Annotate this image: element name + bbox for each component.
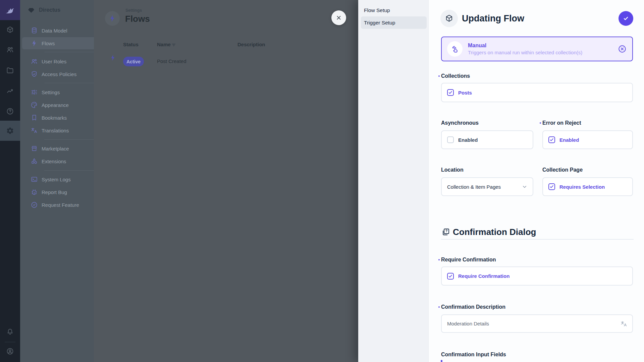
insights-module-button[interactable] — [0, 83, 20, 99]
manual-trigger-card[interactable]: Manual Triggers on manual run within sel… — [441, 37, 633, 61]
database-icon — [31, 27, 38, 34]
column-header-description[interactable]: Description — [237, 42, 265, 47]
column-header-status[interactable]: Status — [123, 42, 139, 47]
posts-checkbox[interactable] — [447, 89, 454, 96]
user-avatar-button[interactable] — [0, 343, 20, 359]
require-confirmation-label: Require Confirmation — [441, 257, 496, 263]
collections-field: Posts — [441, 83, 633, 102]
sidebar-item-label: Request Feature — [42, 202, 79, 208]
avatar-icon — [6, 347, 14, 355]
flows-page: Settings Flows Status Name Description A… — [94, 0, 358, 362]
drawer-close-button[interactable] — [331, 10, 346, 25]
sidebar-item-label: Extensions — [42, 159, 66, 164]
folder-icon — [6, 66, 14, 74]
sidebar-item-label: Flows — [42, 41, 55, 46]
error-on-reject-checkbox[interactable] — [548, 136, 555, 143]
category-icon — [31, 158, 38, 165]
svg-text:?: ? — [445, 229, 447, 233]
settings-module-button[interactable] — [0, 121, 20, 141]
require-confirmation-checkbox-label[interactable]: Require Confirmation — [458, 273, 509, 279]
drawer-nav: Flow Setup Trigger Setup — [358, 0, 429, 362]
drawer-title: Updating Flow — [462, 13, 524, 24]
drawer-nav-trigger-setup[interactable]: Trigger Setup — [361, 16, 427, 29]
bolt-icon — [31, 40, 38, 47]
trigger-card-description: Triggers on manual run within selected c… — [468, 50, 582, 55]
manual-trigger-icon-circle — [447, 41, 463, 57]
users-icon — [6, 46, 14, 54]
bug-icon — [31, 188, 38, 196]
asynchronous-checkbox[interactable] — [447, 136, 454, 143]
column-header-name[interactable]: Name — [157, 42, 171, 47]
module-bar-divider — [5, 342, 15, 342]
page-title: Flows — [125, 14, 150, 24]
project-name: Directus — [39, 7, 60, 13]
breadcrumb[interactable]: Settings — [125, 8, 142, 13]
drawer-nav-flow-setup[interactable]: Flow Setup — [361, 4, 427, 16]
section-title: Confirmation Dialog — [453, 227, 536, 237]
sidebar-item-label: Settings — [42, 89, 60, 95]
help-icon — [6, 107, 14, 115]
remove-trigger-icon[interactable] — [618, 44, 627, 54]
close-icon — [335, 14, 342, 21]
rabbit-logo-icon — [4, 4, 16, 16]
translate-icon[interactable] — [620, 320, 628, 327]
content-module-button[interactable] — [0, 22, 20, 38]
asynchronous-field: Enabled — [441, 130, 533, 149]
files-module-button[interactable] — [0, 62, 20, 78]
list-item-cutoff-mark — [441, 360, 442, 362]
project-gem-icon — [27, 6, 35, 14]
save-button[interactable] — [619, 11, 633, 26]
directus-logo[interactable] — [0, 0, 20, 20]
check-icon — [622, 15, 630, 22]
box-icon — [6, 26, 14, 34]
sidebar-item-label: Data Model — [42, 28, 67, 34]
sidebar-item-label: Appearance — [42, 102, 69, 108]
flow-name-cell: Post Created — [157, 58, 186, 64]
sidebar-item-label: System Logs — [42, 177, 71, 182]
confirmation-input-fields-label: Confirmation Input Fields — [441, 352, 506, 358]
status-badge: Active — [123, 57, 144, 66]
section-divider — [441, 239, 634, 240]
manual-trigger-text: Manual Triggers on manual run within sel… — [468, 43, 582, 55]
asynchronous-label: Asynchronous — [441, 120, 479, 127]
cube-icon — [445, 14, 453, 23]
requires-selection-checkbox[interactable] — [548, 183, 555, 190]
require-confirmation-checkbox[interactable] — [447, 273, 454, 280]
project-header[interactable]: Directus — [20, 0, 94, 20]
notifications-button[interactable] — [0, 324, 20, 340]
sidebar-item-label: Translations — [42, 128, 69, 133]
help-module-button[interactable] — [0, 103, 20, 119]
collection-page-label: Collection Page — [542, 167, 583, 174]
drawer-panel: Updating Flow Manual Triggers on manual … — [429, 0, 644, 362]
terminal-icon — [31, 176, 38, 183]
error-on-reject-checkbox-label[interactable]: Enabled — [559, 137, 579, 143]
nav-sidebar: Directus Data Model Flows User Roles Acc… — [20, 0, 94, 362]
verified-icon — [31, 201, 38, 208]
chevron-down-icon — [521, 183, 528, 190]
sidebar-item-label: User Roles — [42, 59, 66, 64]
users-module-button[interactable] — [0, 42, 20, 58]
confirmation-description-value: Moderation Details — [447, 321, 489, 326]
bolt-icon — [108, 14, 116, 22]
error-on-reject-field: Enabled — [542, 130, 633, 149]
flows-title-icon-circle — [105, 11, 120, 26]
collections-label: Collections — [441, 73, 470, 80]
confirmation-description-label: Confirmation Description — [441, 304, 505, 311]
bell-icon — [6, 328, 14, 336]
asynchronous-checkbox-label[interactable]: Enabled — [458, 137, 478, 143]
translate-icon — [31, 127, 38, 134]
bookmark-icon — [31, 114, 38, 121]
trigger-card-title: Manual — [468, 43, 582, 49]
location-select[interactable]: Collection & Item Pages — [441, 177, 533, 196]
dialog-question-icon: ? — [441, 228, 450, 237]
sidebar-item-label: Bookmarks — [42, 115, 67, 121]
location-select-value: Collection & Item Pages — [447, 184, 501, 190]
confirmation-description-input[interactable]: Moderation Details — [441, 314, 633, 333]
chart-icon — [6, 87, 14, 95]
posts-checkbox-label[interactable]: Posts — [458, 90, 472, 96]
sort-icon[interactable] — [171, 42, 176, 48]
requires-selection-checkbox-label[interactable]: Requires Selection — [559, 184, 605, 190]
module-bar — [0, 0, 20, 362]
drawer-header-icon-circle — [440, 10, 458, 27]
palette-icon — [31, 101, 38, 109]
